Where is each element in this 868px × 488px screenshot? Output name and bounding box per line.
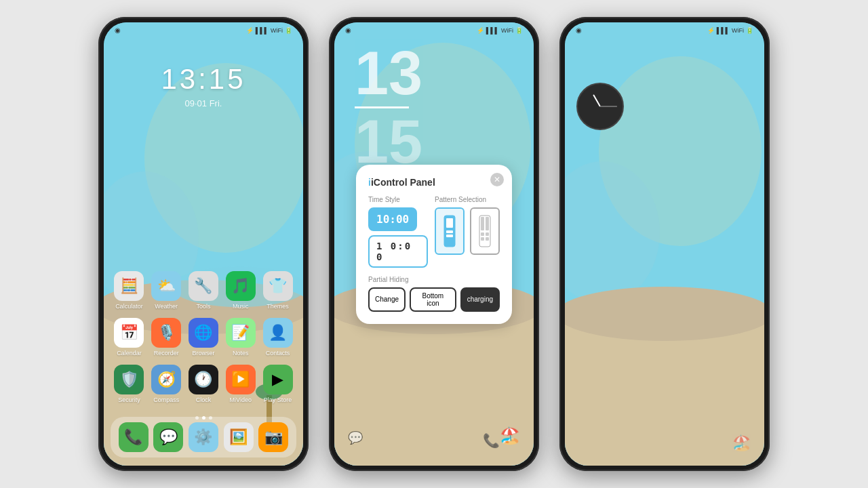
app-grid: 🧮 Calculator ⛅ Weather 🔧 Tools 🎵 Music 👕 — [104, 271, 303, 411]
calculator-label: Calculator — [115, 303, 143, 310]
control-panel-overlay: iiControl Panel ✕ Time Style 10:00 1 0:0… — [334, 22, 534, 466]
status-icons-1: ⚡ ▌▌▌ WiFi 🔋 — [246, 27, 292, 34]
cp-sections: Time Style 10:00 1 0:0 0 Pattern Selecti… — [368, 196, 500, 268]
weather-icon: ⛅ — [151, 271, 181, 301]
calendar-label: Calendar — [117, 350, 142, 357]
status-bar-3: ◉ ⚡ ▌▌▌ WiFi 🔋 — [565, 22, 764, 38]
contacts-label: Contacts — [266, 350, 290, 357]
hiding-label: Partial Hiding — [368, 276, 500, 283]
phone-1: ◉ ⚡ ▌▌▌ WiFi 🔋 13:15 09·01 Fri. 🧮 Calcul… — [98, 17, 309, 471]
phone2-screen: ◉ ⚡ ▌▌▌ WiFi 🔋 13 15 iiControl Panel ✕ — [334, 22, 534, 466]
time-style-label: Time Style — [368, 196, 428, 203]
status-bar-1: ◉ ⚡ ▌▌▌ WiFi 🔋 — [104, 22, 303, 38]
control-panel: iiControl Panel ✕ Time Style 10:00 1 0:0… — [356, 165, 512, 324]
app-row-2: 📅 Calendar 🎙️ Recorder 🌐 Browser 📝 Notes… — [111, 318, 296, 357]
app-row-3: 🛡️ Security 🧭 Compass 🕐 Clock ▶️ MiVideo… — [111, 365, 296, 403]
clock-icon: 🕐 — [189, 365, 218, 394]
charging-button[interactable]: charging — [460, 287, 500, 312]
security-icon: 🛡️ — [114, 365, 144, 394]
svg-rect-19 — [486, 217, 489, 230]
notes-label: Notes — [233, 350, 249, 357]
app-themes[interactable]: 👕 Themes — [260, 271, 296, 310]
app-notes[interactable]: 📝 Notes — [223, 318, 258, 357]
clock-date-display: 09·01 Fri. — [104, 98, 303, 108]
app-music[interactable]: 🎵 Music — [223, 271, 258, 310]
change-button[interactable]: Change — [368, 287, 406, 312]
themes-icon: 👕 — [263, 271, 293, 301]
svg-rect-23 — [486, 237, 489, 241]
tools-label: Tools — [196, 303, 210, 310]
security-label: Security — [118, 396, 140, 403]
clock-time-display: 13:15 — [104, 63, 303, 96]
time-style-2[interactable]: 1 0:0 0 — [368, 235, 428, 268]
dock-phone[interactable]: 📞 — [119, 422, 149, 452]
bottom-icon-button[interactable]: Bottom icon — [410, 287, 456, 312]
compass-label: Compass — [153, 396, 179, 403]
compass-icon: 🧭 — [151, 365, 181, 394]
pattern-label: Pattern Selection — [435, 196, 500, 203]
status-icons-3: ⚡ ▌▌▌ WiFi 🔋 — [707, 27, 753, 34]
hiding-buttons: Change Bottom icon charging — [368, 287, 500, 312]
phone-3: ◉ ⚡ ▌▌▌ WiFi 🔋 2023 Y 09 M 01 D PM 13 H … — [559, 17, 770, 471]
wifi-icon-3: WiFi — [732, 27, 744, 34]
time-style-section: Time Style 10:00 1 0:0 0 — [368, 196, 428, 268]
app-row-1: 🧮 Calculator ⛅ Weather 🔧 Tools 🎵 Music 👕 — [111, 271, 296, 310]
playstore-icon: ▶ — [263, 365, 293, 394]
app-recorder[interactable]: 🎙️ Recorder — [149, 318, 184, 357]
app-playstore[interactable]: ▶ Play Store — [260, 365, 296, 403]
app-weather[interactable]: ⛅ Weather — [149, 271, 184, 310]
dock-settings[interactable]: ⚙️ — [189, 422, 218, 452]
app-contacts[interactable]: 👤 Contacts — [260, 318, 296, 357]
app-browser[interactable]: 🌐 Browser — [186, 318, 221, 357]
recorder-icon: 🎙️ — [151, 318, 181, 348]
bluetooth-icon: ⚡ — [246, 27, 254, 34]
dock-gallery[interactable]: 🖼️ — [224, 422, 254, 452]
pattern-section: Pattern Selection — [435, 196, 500, 268]
pattern-2[interactable] — [470, 207, 500, 255]
pattern-2-svg — [477, 214, 493, 248]
browser-icon: 🌐 — [189, 318, 218, 348]
recorder-label: Recorder — [154, 350, 179, 357]
weather-label: Weather — [155, 303, 178, 310]
phone-2: ◉ ⚡ ▌▌▌ WiFi 🔋 13 15 iiControl Panel ✕ — [329, 17, 539, 471]
bt-icon-3: ⚡ — [707, 27, 715, 34]
wifi-icon: WiFi — [271, 27, 283, 34]
time-style-1[interactable]: 10:00 — [368, 207, 417, 231]
dock-camera[interactable]: 📷 — [258, 422, 288, 452]
app-tools[interactable]: 🔧 Tools — [186, 271, 221, 310]
calculator-icon: 🧮 — [114, 271, 144, 301]
pattern-options — [435, 207, 500, 255]
app-mivideo[interactable]: ▶️ MiVideo — [223, 365, 258, 403]
pattern-1[interactable] — [435, 207, 465, 255]
signal-icon: ▌▌▌ — [256, 27, 269, 34]
battery-icon-3: 🔋 — [746, 27, 753, 34]
browser-label: Browser — [192, 350, 214, 357]
phone1-clock: 13:15 09·01 Fri. — [104, 63, 303, 108]
svg-rect-14 — [446, 218, 453, 228]
clock-face — [576, 83, 624, 130]
music-label: Music — [233, 303, 249, 310]
svg-rect-15 — [446, 230, 453, 233]
svg-rect-22 — [481, 237, 484, 241]
cp-title: iiControl Panel — [368, 177, 500, 188]
app-compass[interactable]: 🧭 Compass — [149, 365, 184, 403]
phone3-screen: ◉ ⚡ ▌▌▌ WiFi 🔋 2023 Y 09 M 01 D PM 13 H … — [565, 22, 764, 466]
tools-icon: 🔧 — [189, 271, 218, 301]
svg-rect-20 — [481, 232, 484, 236]
signal-icon-3: ▌▌▌ — [717, 27, 730, 34]
app-calculator[interactable]: 🧮 Calculator — [111, 271, 146, 310]
contacts-icon: 👤 — [263, 318, 293, 348]
svg-rect-18 — [481, 217, 484, 230]
notes-icon: 📝 — [226, 318, 256, 348]
cp-close-button[interactable]: ✕ — [490, 173, 504, 186]
app-calendar[interactable]: 📅 Calendar — [111, 318, 146, 357]
beach-deco-3: 🏖️ — [732, 434, 751, 452]
music-icon: 🎵 — [226, 271, 256, 301]
mivideo-icon: ▶️ — [226, 365, 256, 394]
app-security[interactable]: 🛡️ Security — [111, 365, 146, 403]
app-clock[interactable]: 🕐 Clock — [186, 365, 221, 403]
dock-messages[interactable]: 💬 — [153, 422, 183, 452]
calendar-icon: 📅 — [114, 318, 144, 348]
pattern-1-svg — [441, 214, 458, 248]
phone1-screen: ◉ ⚡ ▌▌▌ WiFi 🔋 13:15 09·01 Fri. 🧮 Calcul… — [104, 22, 303, 466]
